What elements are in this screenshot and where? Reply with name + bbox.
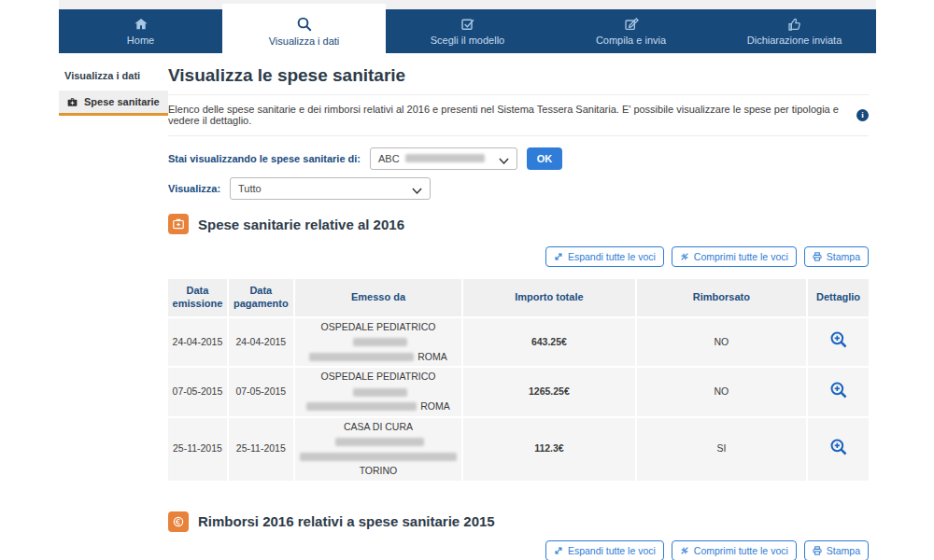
cell-data-pagamento: 25-11-2015 bbox=[229, 418, 293, 481]
page-description: Elenco delle spese sanitarie e dei rimbo… bbox=[168, 95, 869, 136]
cell-importo: 643.25€ bbox=[463, 318, 634, 366]
coin-orange-icon bbox=[168, 511, 189, 532]
ok-button[interactable]: OK bbox=[527, 147, 562, 170]
redacted-text bbox=[335, 438, 424, 446]
tab-visualizza-i-dati[interactable]: Visualizza i dati bbox=[222, 4, 386, 59]
section-rimborsi-header: Rimborsi 2016 relativi a spese sanitarie… bbox=[168, 511, 869, 533]
collapse-icon bbox=[680, 546, 689, 555]
expand-icon bbox=[554, 252, 563, 261]
view-select[interactable]: Tutto bbox=[230, 177, 431, 200]
chevron-down-icon bbox=[499, 155, 509, 161]
cell-data-emissione: 25-11-2015 bbox=[168, 418, 227, 481]
print-button[interactable]: Stampa bbox=[804, 246, 869, 267]
expand-all-button[interactable]: Espandi tutte le voci bbox=[545, 246, 664, 267]
print-button[interactable]: Stampa bbox=[804, 540, 869, 560]
table1-actions: Espandi tutte le voci Comprimi tutte le … bbox=[168, 246, 869, 267]
medkit-orange-icon bbox=[168, 214, 189, 234]
sidebar-item-spese-sanitarie[interactable]: Spese sanitarie bbox=[59, 91, 168, 116]
col-importo-totale: Importo totale bbox=[463, 279, 634, 316]
main-navigation: Home Visualizza i dati Scegli il modello… bbox=[59, 9, 876, 53]
expand-all-button[interactable]: Espandi tutte le voci bbox=[545, 540, 664, 560]
cell-importo: 1265.25€ bbox=[463, 368, 634, 415]
tab-label: Home bbox=[127, 35, 154, 46]
expand-icon bbox=[554, 546, 563, 555]
collapse-all-label: Comprimi tutte le voci bbox=[694, 545, 788, 556]
cell-emesso-da: OSPEDALE PEDIATRICO ROMA bbox=[295, 318, 461, 366]
tab-label: Dichiarazione inviata bbox=[747, 35, 842, 46]
subject-select[interactable]: ABC bbox=[370, 147, 517, 170]
tab-scegli-il-modello[interactable]: Scegli il modello bbox=[386, 9, 549, 53]
issuer-name: OSPEDALE PEDIATRICO bbox=[321, 321, 436, 332]
tab-label: Visualizza i dati bbox=[269, 35, 340, 47]
section-title: Spese sanitarie relative al 2016 bbox=[198, 217, 404, 232]
printer-icon bbox=[813, 252, 822, 261]
cell-data-pagamento: 24-04-2015 bbox=[229, 318, 293, 366]
col-emesso-da: Emesso da bbox=[295, 279, 461, 316]
thumbs-up-icon bbox=[787, 17, 802, 32]
sidebar: Visualizza i dati Spese sanitarie bbox=[59, 70, 168, 116]
search-icon bbox=[296, 16, 313, 33]
issuer-name: OSPEDALE PEDIATRICO bbox=[321, 371, 436, 382]
table-header-row: Data emissione Data pagamento Emesso da … bbox=[168, 279, 869, 316]
cell-data-emissione: 07-05-2015 bbox=[168, 368, 227, 415]
zoom-in-icon bbox=[829, 438, 848, 456]
cell-data-pagamento: 07-05-2015 bbox=[229, 368, 293, 415]
spese-table: Data emissione Data pagamento Emesso da … bbox=[166, 277, 870, 483]
collapse-all-button[interactable]: Comprimi tutte le voci bbox=[672, 246, 797, 267]
chevron-down-icon bbox=[412, 185, 422, 191]
cell-rimborsato: NO bbox=[637, 368, 806, 415]
view-filter-row: Visualizza: Tutto bbox=[168, 176, 869, 200]
tab-dichiarazione-inviata[interactable]: Dichiarazione inviata bbox=[713, 9, 876, 53]
view-filter-label: Visualizza: bbox=[168, 183, 220, 194]
zoom-in-icon bbox=[829, 381, 848, 399]
tab-label: Compila e invia bbox=[596, 35, 666, 46]
expand-all-label: Espandi tutte le voci bbox=[568, 545, 656, 556]
redacted-text bbox=[405, 154, 485, 162]
home-icon bbox=[134, 17, 149, 32]
redacted-text bbox=[300, 453, 457, 461]
table-row: 24-04-2015 24-04-2015 OSPEDALE PEDIATRIC… bbox=[168, 318, 869, 366]
tab-home[interactable]: Home bbox=[59, 9, 222, 53]
tab-compila-e-invia[interactable]: Compila e invia bbox=[549, 9, 713, 53]
expand-all-label: Espandi tutte le voci bbox=[568, 251, 656, 262]
detail-button[interactable] bbox=[808, 368, 869, 415]
section-title: Rimborsi 2016 relativi a spese sanitarie… bbox=[198, 513, 495, 529]
issuer-city: ROMA bbox=[417, 351, 447, 362]
col-data-emissione: Data emissione bbox=[168, 279, 227, 316]
main-content: Visualizza le spese sanitarie Elenco del… bbox=[168, 58, 869, 560]
print-label: Stampa bbox=[827, 251, 860, 262]
info-icon[interactable]: i bbox=[856, 109, 869, 121]
top-strip bbox=[59, 0, 876, 9]
page-description-text: Elenco delle spese sanitarie e dei rimbo… bbox=[168, 104, 851, 126]
issuer-city: ROMA bbox=[420, 400, 450, 412]
detail-button[interactable] bbox=[808, 318, 869, 366]
table2-actions: Espandi tutte le voci Comprimi tutte le … bbox=[168, 540, 869, 560]
table-row: 07-05-2015 07-05-2015 OSPEDALE PEDIATRIC… bbox=[168, 368, 869, 415]
issuer-name: CASA DI CURA bbox=[344, 421, 413, 432]
zoom-in-icon bbox=[829, 330, 848, 349]
cell-emesso-da: OSPEDALE PEDIATRICO ROMA bbox=[295, 368, 461, 415]
sidebar-section-title: Visualizza i dati bbox=[59, 70, 168, 81]
col-dettaglio: Dettaglio bbox=[808, 279, 869, 316]
collapse-all-button[interactable]: Comprimi tutte le voci bbox=[672, 540, 797, 560]
detail-button[interactable] bbox=[808, 418, 869, 481]
subject-filter-row: Stai visualizzando le spese sanitarie di… bbox=[168, 147, 869, 170]
issuer-city: TORINO bbox=[360, 465, 398, 476]
cell-emesso-da: CASA DI CURA TORINO bbox=[295, 418, 461, 481]
cell-data-emissione: 24-04-2015 bbox=[168, 318, 227, 366]
cell-importo: 112.3€ bbox=[463, 418, 634, 481]
subject-select-value: ABC bbox=[378, 153, 400, 164]
collapse-icon bbox=[680, 252, 689, 261]
redacted-text bbox=[306, 402, 417, 411]
checkbox-check-icon bbox=[460, 17, 475, 32]
tab-label: Scegli il modello bbox=[431, 35, 504, 46]
col-rimborsato: Rimborsato bbox=[637, 279, 806, 316]
col-data-pagamento: Data pagamento bbox=[229, 279, 293, 316]
collapse-all-label: Comprimi tutte le voci bbox=[694, 251, 788, 262]
redacted-text bbox=[353, 388, 407, 397]
subject-filter-label: Stai visualizzando le spese sanitarie di… bbox=[168, 153, 361, 164]
section-spese-header: Spese sanitarie relative al 2016 bbox=[168, 213, 869, 235]
site-container: Home Visualizza i dati Scegli il modello… bbox=[59, 0, 876, 560]
view-select-value: Tutto bbox=[238, 183, 262, 194]
table-row: 25-11-2015 25-11-2015 CASA DI CURA TORIN… bbox=[168, 418, 869, 481]
